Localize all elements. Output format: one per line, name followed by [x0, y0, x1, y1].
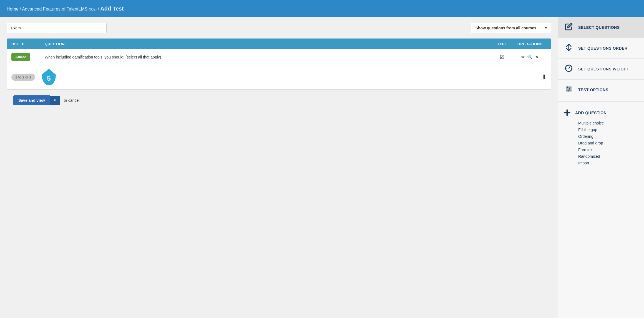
- show-questions-button[interactable]: Show questions from all courses ▼: [471, 23, 551, 33]
- add-randomized-link[interactable]: Randomized: [578, 154, 638, 159]
- add-free-text-link[interactable]: Free text: [578, 147, 638, 152]
- page-title: Add Test: [100, 6, 124, 12]
- save-and-view-button[interactable]: Save and view ▼: [13, 95, 60, 105]
- edit-pencil-icon: [564, 23, 574, 32]
- download-icon[interactable]: ⬇: [542, 73, 547, 81]
- sidebar-divider: [558, 101, 644, 102]
- col-use-header: USE ▼: [11, 42, 45, 46]
- header: Home / Advanced Features of TalentLMS (0…: [0, 0, 644, 17]
- table-row: Added When including gamification tools,…: [7, 49, 551, 65]
- sidebar-item-set-order[interactable]: SET QUESTIONS ORDER: [558, 38, 644, 59]
- show-questions-dropdown-arrow[interactable]: ▼: [541, 23, 551, 33]
- svg-point-8: [569, 88, 570, 90]
- top-bar: Show questions from all courses ▼: [7, 23, 551, 33]
- col-operations-cell: ✏ 🔍 ✕: [513, 54, 547, 60]
- breadcrumb: Home / Advanced Features of TalentLMS (0…: [7, 6, 124, 12]
- sidebar-item-test-options[interactable]: TEST OPTIONS: [558, 80, 644, 100]
- sort-arrow-icon[interactable]: ▼: [21, 42, 24, 46]
- breadcrumb-sep1: /: [20, 7, 22, 11]
- svg-point-9: [567, 90, 569, 92]
- search-input[interactable]: [7, 23, 107, 33]
- sidebar-set-order-label: SET QUESTIONS ORDER: [578, 46, 628, 50]
- col-question-cell: When including gamification tools, you s…: [45, 55, 491, 59]
- svg-point-7: [567, 87, 568, 88]
- content-area: Show questions from all courses ▼ USE ▼ …: [0, 17, 558, 318]
- breadcrumb-course-num: (002): [89, 7, 97, 11]
- save-and-view-main[interactable]: Save and view: [13, 95, 50, 105]
- col-type-cell: ☑: [491, 54, 513, 60]
- add-import-link[interactable]: Import: [578, 161, 638, 165]
- tooltip-number: 5: [47, 75, 51, 82]
- operations-icons: ✏ 🔍 ✕: [513, 54, 547, 60]
- col-type-header: TYPE: [491, 42, 513, 46]
- checkbox-type-icon: ☑: [500, 54, 504, 60]
- arrows-updown-icon: [564, 44, 574, 53]
- preview-icon[interactable]: 🔍: [527, 54, 533, 60]
- add-question-title: ADD QUESTION: [575, 111, 607, 115]
- pagination-badge: 1 to 1 of 1: [11, 74, 35, 81]
- table-header: USE ▼ QUESTION TYPE OPERATIONS: [7, 39, 551, 49]
- breadcrumb-course[interactable]: Advanced Features of TalentLMS: [22, 7, 87, 11]
- sidebar-set-weight-label: SET QUESTIONS WEIGHT: [578, 67, 629, 71]
- add-ordering-link[interactable]: Ordering: [578, 134, 638, 139]
- question-text: When including gamification tools, you s…: [45, 55, 161, 59]
- questions-table: USE ▼ QUESTION TYPE OPERATIONS Added Whe…: [7, 38, 551, 90]
- added-button[interactable]: Added: [11, 53, 30, 61]
- sidebar-test-options-label: TEST OPTIONS: [578, 88, 608, 92]
- sidebar: SELECT QUESTIONS SET QUESTIONS ORDER: [558, 17, 644, 318]
- add-fill-gap-link[interactable]: Fill the gap: [578, 128, 638, 132]
- breadcrumb-sep2: /: [98, 7, 100, 11]
- sidebar-select-questions-label: SELECT QUESTIONS: [578, 25, 620, 30]
- show-questions-label: Show questions from all courses: [471, 23, 541, 33]
- col-operations-header: OPERATIONS: [513, 42, 547, 46]
- save-and-view-arrow[interactable]: ▼: [50, 96, 60, 105]
- cancel-link[interactable]: or cancel: [64, 98, 80, 103]
- col-use-cell: Added: [11, 53, 45, 61]
- main-layout: Show questions from all courses ▼ USE ▼ …: [0, 17, 644, 318]
- sidebar-item-set-weight[interactable]: SET QUESTIONS WEIGHT: [558, 59, 644, 80]
- pagination-row: 1 to 1 of 1 5 ⬇: [7, 65, 551, 89]
- plus-icon: ✚: [564, 109, 571, 117]
- sliders-icon: [564, 85, 574, 95]
- gauge-icon: [564, 64, 574, 74]
- bottom-bar: Save and view ▼ or cancel: [7, 90, 551, 111]
- add-multiple-choice-link[interactable]: Multiple choice: [578, 121, 638, 125]
- breadcrumb-home[interactable]: Home: [7, 7, 19, 11]
- add-question-header: ✚ ADD QUESTION: [564, 109, 638, 117]
- add-question-links: Multiple choice Fill the gap Ordering Dr…: [564, 121, 638, 165]
- tooltip-bubble: 5: [42, 69, 56, 85]
- sidebar-item-select-questions[interactable]: SELECT QUESTIONS: [558, 17, 644, 38]
- col-question-header: QUESTION: [45, 42, 491, 46]
- add-question-section: ✚ ADD QUESTION Multiple choice Fill the …: [558, 103, 644, 171]
- delete-icon[interactable]: ✕: [535, 54, 539, 60]
- add-drag-drop-link[interactable]: Drag and drop: [578, 141, 638, 145]
- edit-icon[interactable]: ✏: [521, 54, 525, 60]
